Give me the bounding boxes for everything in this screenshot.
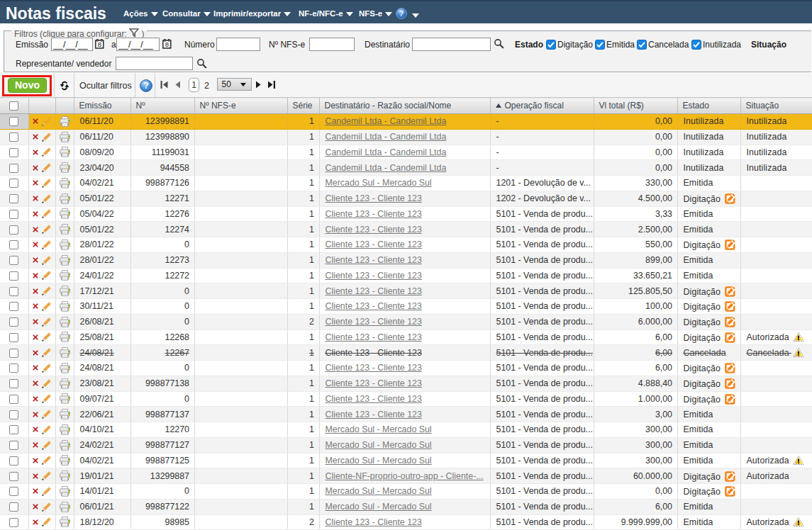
svg-text:?: ? xyxy=(143,81,149,91)
svg-text:8: 8 xyxy=(165,40,169,48)
svg-text:8: 8 xyxy=(98,40,101,48)
svg-text:?: ? xyxy=(399,9,404,18)
